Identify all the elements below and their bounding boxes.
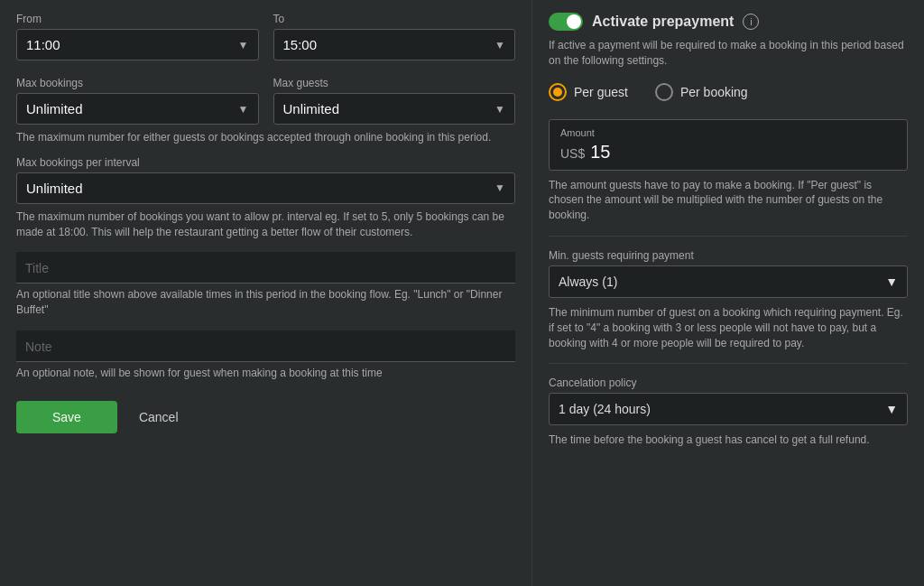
activate-helper-text: If active a payment will be required to … (549, 38, 908, 69)
cancel-button[interactable]: Cancel (130, 401, 188, 433)
amount-value-row: US$15 (560, 142, 896, 163)
from-chevron-icon: ▼ (238, 39, 249, 51)
left-panel: From 11:00 ▼ To 15:00 ▼ Max bookings Unl… (0, 0, 532, 586)
from-select[interactable]: 11:00 ▼ (16, 29, 259, 60)
activate-prepayment-row: Activate prepayment i (549, 13, 908, 31)
activate-toggle[interactable] (549, 13, 583, 31)
toggle-knob (567, 14, 581, 29)
min-guests-chevron-icon: ▼ (885, 274, 898, 289)
min-guests-label: Min. guests requiring payment (549, 249, 908, 262)
min-guests-value: Always (1) (559, 274, 617, 289)
note-group: An optional note, will be shown for gues… (16, 330, 515, 381)
min-guests-helper-text: The minimum number of guest on a booking… (549, 305, 908, 350)
min-guests-group: Min. guests requiring payment Always (1)… (549, 249, 908, 298)
title-helper-text: An optional title shown above available … (16, 287, 515, 318)
time-row: From 11:00 ▼ To 15:00 ▼ (16, 13, 515, 60)
max-row: Max bookings Unlimited ▼ Max guests Unli… (16, 77, 515, 125)
max-bookings-chevron-icon: ▼ (238, 103, 249, 116)
payment-type-row: Per guest Per booking (549, 83, 908, 101)
cancel-policy-value: 1 day (24 hours) (559, 402, 651, 416)
per-booking-radio[interactable] (655, 83, 673, 101)
per-booking-option[interactable]: Per booking (655, 83, 748, 101)
from-label: From (16, 13, 259, 25)
max-bookings-group: Max bookings Unlimited ▼ (16, 77, 259, 125)
max-guests-group: Max guests Unlimited ▼ (273, 77, 516, 125)
divider-1 (549, 236, 908, 237)
max-interval-chevron-icon: ▼ (494, 181, 505, 194)
from-value: 11:00 (26, 37, 60, 52)
per-guest-option[interactable]: Per guest (549, 83, 628, 101)
max-interval-value: Unlimited (26, 181, 83, 196)
button-row: Save Cancel (16, 401, 515, 433)
save-button[interactable]: Save (16, 401, 117, 433)
cancel-policy-label: Cancelation policy (549, 377, 908, 389)
cancel-policy-select[interactable]: 1 day (24 hours) ▼ (549, 393, 908, 425)
amount-box: Amount US$15 (549, 119, 908, 171)
max-interval-helper-text: The maximum number of bookings you want … (16, 209, 515, 240)
cancel-policy-group: Cancelation policy 1 day (24 hours) ▼ (549, 377, 908, 425)
max-bookings-select[interactable]: Unlimited ▼ (16, 93, 259, 125)
max-bookings-label: Max bookings (16, 77, 259, 89)
max-guests-value: Unlimited (283, 101, 340, 116)
title-input[interactable] (16, 252, 515, 284)
to-chevron-icon: ▼ (494, 39, 505, 51)
max-interval-label: Max bookings per interval (16, 156, 515, 169)
right-panel: Activate prepayment i If active a paymen… (532, 0, 924, 586)
to-value: 15:00 (283, 37, 318, 52)
per-guest-radio[interactable] (549, 83, 567, 101)
max-interval-group: Max bookings per interval Unlimited ▼ (16, 156, 515, 204)
max-guests-chevron-icon: ▼ (494, 103, 505, 116)
note-helper-text: An optional note, will be shown for gues… (16, 366, 515, 381)
note-input[interactable] (16, 330, 515, 362)
max-helper-text: The maximum number for either guests or … (16, 130, 515, 145)
info-icon[interactable]: i (743, 14, 759, 30)
divider-2 (549, 363, 908, 364)
cancel-policy-chevron-icon: ▼ (885, 402, 898, 416)
per-booking-label: Per booking (680, 85, 748, 99)
to-select[interactable]: 15:00 ▼ (273, 29, 516, 60)
max-bookings-value: Unlimited (26, 101, 83, 116)
min-guests-select[interactable]: Always (1) ▼ (549, 265, 908, 298)
from-group: From 11:00 ▼ (16, 13, 259, 60)
amount-number: 15 (590, 142, 610, 162)
max-guests-select[interactable]: Unlimited ▼ (273, 93, 516, 125)
to-label: To (273, 13, 516, 25)
per-guest-radio-inner (553, 88, 562, 97)
activate-label: Activate prepayment (592, 14, 734, 30)
to-group: To 15:00 ▼ (273, 13, 516, 60)
amount-label: Amount (560, 127, 896, 138)
amount-helper-text: The amount guests have to pay to make a … (549, 178, 908, 223)
cancel-policy-helper-text: The time before the booking a guest has … (549, 433, 908, 448)
max-interval-select[interactable]: Unlimited ▼ (16, 172, 515, 204)
title-group: An optional title shown above available … (16, 252, 515, 318)
max-guests-label: Max guests (273, 77, 516, 89)
amount-currency: US$ (560, 146, 585, 161)
per-guest-label: Per guest (574, 85, 628, 99)
